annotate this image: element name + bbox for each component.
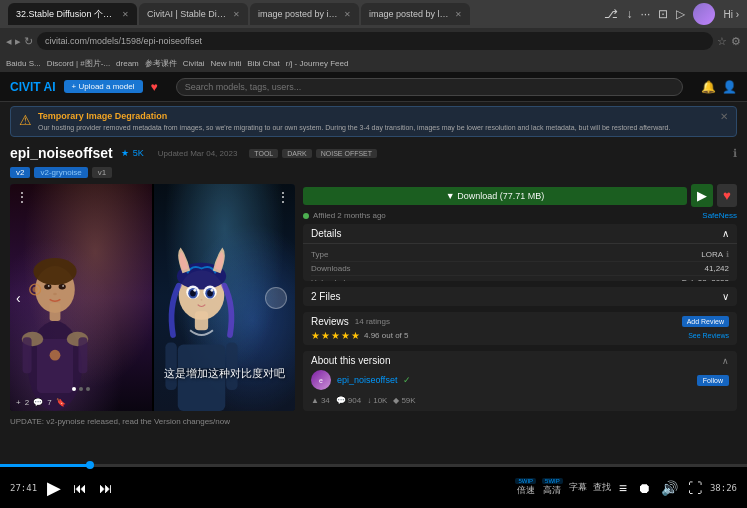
svg-rect-15	[23, 337, 32, 373]
tab-civitai-label: CivitAI | Stable Diffusion m...	[147, 9, 227, 19]
tab-image2-close[interactable]: ✕	[455, 10, 462, 19]
bookmark-newiniti[interactable]: New Initi	[211, 59, 242, 68]
tab-civitai[interactable]: CivitAI | Stable Diffusion m... ✕	[139, 3, 248, 25]
tab-civitai-close[interactable]: ✕	[233, 10, 240, 19]
volume-button[interactable]: 🔊	[659, 478, 680, 498]
bookmark-baidu[interactable]: Baidu S...	[6, 59, 41, 68]
progress-fill	[0, 464, 90, 467]
star-rating: ★ ★ ★ ★ ★ 4.96 out of 5	[311, 330, 408, 341]
image-right[interactable]: 这是增加这种对比度对吧 ⋮	[154, 184, 296, 411]
see-reviews-link[interactable]: See Reviews	[688, 332, 729, 339]
civitai-logo: CIVIT AI	[10, 80, 56, 94]
svg-point-9	[48, 285, 50, 287]
tab-image1-close[interactable]: ✕	[344, 10, 351, 19]
svg-point-8	[59, 284, 66, 289]
tag-tool[interactable]: TOOL	[249, 149, 278, 158]
other-count: 59K	[401, 396, 415, 405]
forward-icon[interactable]: ▸	[15, 35, 21, 48]
subtitle-label: 字幕	[569, 481, 587, 494]
favorites-icon[interactable]: ♥	[151, 80, 158, 94]
next-button[interactable]: ⏭	[97, 478, 115, 498]
more-icon[interactable]: ···	[640, 7, 650, 21]
share-icon[interactable]: ⎇	[604, 7, 618, 21]
screen-icon[interactable]: ⊡	[658, 7, 668, 21]
refresh-icon[interactable]: ↻	[24, 35, 33, 48]
settings-icon[interactable]: ⚙	[731, 35, 741, 48]
bookmark-icon[interactable]: ☆	[717, 35, 727, 48]
add-review-button[interactable]: Add Review	[682, 316, 729, 327]
version-v1[interactable]: v1	[92, 167, 112, 178]
download-row: ▼ Download (77.71 MB) ▶ ♥	[303, 184, 737, 207]
subtitle-control[interactable]: 字幕	[569, 481, 587, 494]
type-info-icon[interactable]: ℹ	[726, 250, 729, 259]
play-pause-button[interactable]: ▶	[45, 475, 63, 501]
creator-row: e epi_noiseoffset ✓ Follow	[311, 370, 729, 390]
online-row: Affiled 2 months ago SafeNess	[303, 211, 737, 220]
files-section: 2 Files ∨	[303, 287, 737, 306]
character-left-svg	[10, 231, 100, 411]
detail-uploaded-row: Uploaded Feb 28, 2023	[311, 276, 729, 281]
user-avatar[interactable]	[693, 3, 715, 25]
upload-model-button[interactable]: + Upload a model	[64, 80, 143, 93]
download-button[interactable]: ▼ Download (77.71 MB)	[303, 187, 687, 205]
active-tab[interactable]: 32.Stable Diffusion 个人画风的训练培养... ✕	[8, 3, 137, 25]
search-control[interactable]: 查找	[593, 481, 611, 494]
model-action-tags: TOOL DARK NOISE OFFSET	[249, 149, 377, 158]
bookmark-discord[interactable]: Discord | #图片-...	[47, 58, 110, 69]
notification-icon[interactable]: 🔔	[701, 80, 716, 94]
reviews-title-area: Reviews 14 ratings	[311, 316, 390, 327]
left-image-more-btn[interactable]: ⋮	[16, 190, 28, 204]
details-header[interactable]: Details ∧	[303, 224, 737, 244]
info-icon[interactable]: ℹ	[733, 147, 737, 160]
reviews-section: Reviews 14 ratings Add Review ★ ★ ★ ★ ★ …	[303, 312, 737, 345]
player-controls: 27:41 ▶ ⏮ ⏭ 5WIP 倍速 5WIP 高清 字幕 查找 ≡ ⏺ 🔊 …	[0, 467, 747, 508]
files-header[interactable]: 2 Files ∨	[303, 287, 737, 306]
reviews-header: Reviews 14 ratings Add Review	[311, 316, 729, 327]
svg-point-13	[33, 287, 38, 292]
civit-search-input[interactable]	[176, 78, 683, 96]
image-nav-prev[interactable]: ‹	[16, 290, 21, 306]
tag-dark[interactable]: DARK	[282, 149, 311, 158]
bookmark-journey[interactable]: r/j - Journey Feed	[286, 59, 349, 68]
quality-control[interactable]: 5WIP 高清	[542, 478, 563, 497]
download-icon[interactable]: ↓	[626, 7, 632, 21]
model-stats: ★ 5K	[121, 148, 144, 158]
image-left[interactable]: ⋮ ‹	[10, 184, 152, 411]
address-input[interactable]	[37, 32, 713, 50]
play-preview-button[interactable]: ▶	[691, 184, 713, 207]
user-menu-icon[interactable]: 👤	[722, 80, 737, 94]
image-thumb-circle[interactable]	[265, 287, 287, 309]
bookmark-dream[interactable]: dream	[116, 59, 139, 68]
prev-button[interactable]: ⏮	[71, 478, 89, 498]
tab-close-icon[interactable]: ✕	[122, 10, 129, 19]
notification-close-icon[interactable]: ✕	[720, 111, 728, 122]
speed-control[interactable]: 5WIP 倍速	[515, 478, 536, 497]
bookmark-bibichat[interactable]: Bibi Chat	[247, 59, 279, 68]
record-button[interactable]: ⏺	[635, 478, 653, 498]
playlist-button[interactable]: ≡	[617, 478, 629, 498]
svg-point-29	[210, 289, 213, 292]
tab-image2-label: image posted by laklayyy...	[369, 9, 449, 19]
fullscreen-button[interactable]: ⛶	[686, 478, 704, 498]
tab-image1[interactable]: image posted by imagep... ✕	[250, 3, 359, 25]
favorite-button[interactable]: ♥	[717, 184, 737, 207]
progress-bar[interactable]	[0, 464, 747, 467]
notification-text: Our hosting provider removed metadata fr…	[38, 123, 714, 132]
tab-image2[interactable]: image posted by laklayyy... ✕	[361, 3, 470, 25]
version-v2-pynoise[interactable]: v2-grynoise	[34, 167, 87, 178]
cast-icon[interactable]: ▷	[676, 7, 685, 21]
hi-label[interactable]: Hi ›	[723, 9, 739, 20]
download-count-icon: ↓	[367, 396, 371, 405]
follow-button[interactable]: Follow	[697, 375, 729, 386]
browser-topbar: 32.Stable Diffusion 个人画风的训练培养... ✕ Civit…	[0, 0, 747, 28]
model-updated: Updated Mar 04, 2023	[158, 149, 238, 158]
uploaded-value: Feb 28, 2023	[682, 278, 729, 281]
back-icon[interactable]: ◂	[6, 35, 12, 48]
creator-name[interactable]: epi_noiseoffset	[337, 375, 397, 385]
detail-type-row: Type LORA ℹ	[311, 248, 729, 262]
bookmark-civitai[interactable]: Civitai	[183, 59, 205, 68]
version-v2[interactable]: v2	[10, 167, 30, 178]
right-image-more-btn[interactable]: ⋮	[277, 190, 289, 204]
tag-noise-offset[interactable]: NOISE OFFSET	[316, 149, 377, 158]
bookmark-slides[interactable]: 参考课件	[145, 58, 177, 69]
